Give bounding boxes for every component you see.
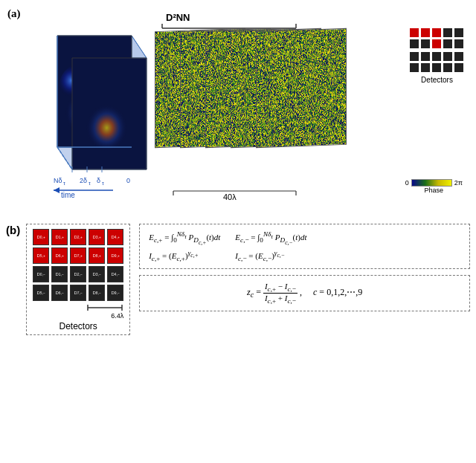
detectors-top-right: Detectors [410,28,464,84]
scale-text: 6.4λ [33,312,123,320]
phase-text-label: Phase [405,187,463,194]
svg-marker-29 [54,187,60,193]
det-cell [421,63,430,72]
det-D6m: D6,− [51,285,68,301]
svg-text:τ: τ [63,181,65,186]
eq-block-1a: Ec,+ = ∫0Nδτ PDc,+(t)dt Ic,+ = (Ec,+)γc,… [149,230,220,262]
det-cell [410,63,419,72]
lambda-label: 40λ [170,187,300,201]
noise-layer-5 [256,28,347,148]
det-cell [443,63,452,72]
svg-text:0: 0 [126,177,130,184]
cube-visualization: Nδ τ 2δ τ δ τ 0 time [16,21,161,199]
phase-2pi-label: 2π [454,179,463,187]
det-cell [421,39,430,48]
main-container: (a) D²NN [0,0,476,463]
detector-array: D0,+ D1,+ D2,+ D3,+ D4,+ D5,+ D6,+ D7,+ … [26,224,130,335]
scale-line [33,303,123,312]
det-D2m: D2,− [70,266,86,282]
phase-0-label: 0 [405,179,409,187]
det-cell [421,28,430,37]
eq-box-2: zc = Ic,+ − Ic,− Ic,+ + Ic,− , c = 0,1,2… [139,275,470,311]
eq2a: Ec,− = ∫0Nδτ PDc,−(t)dt [235,230,306,246]
svg-text:2δ: 2δ [80,177,87,184]
det-D8m: D8,− [89,285,105,301]
det-D0p: D0,+ [33,229,49,245]
svg-text:Nδ: Nδ [54,177,62,184]
det-cell [432,52,441,61]
svg-point-14 [83,95,135,155]
det-cell [454,28,463,37]
det-D8p: D8,+ [89,247,105,264]
equations-area: Ec,+ = ∫0Nδτ PDc,+(t)dt Ic,+ = (Ec,+)γc,… [139,224,470,311]
eq3: zc = Ic,+ − Ic,− Ic,+ + Ic,− , c = 0,1,2… [152,282,457,305]
panel-b-label: (b) [6,224,20,236]
phase-colorbar: 0 2π Phase [405,179,463,194]
eq1a: Ec,+ = ∫0Nδτ PDc,+(t)dt [149,230,220,246]
panel-b: (b) D0,+ D1,+ D2,+ D3,+ D4,+ D5,+ D6,+ D… [6,221,470,335]
det-D5p: D5,+ [33,247,49,264]
det-cell [454,52,463,61]
svg-text:40λ: 40λ [223,192,237,200]
detector-row-3: D0,− D1,− D2,− D3,− D4,− [33,266,123,282]
cube-svg: Nδ τ 2δ τ δ τ 0 time [16,21,161,199]
det-cell [443,52,452,61]
svg-text:δ: δ [97,177,100,184]
det-D1p: D1,+ [51,229,68,245]
det-D4p: D4,+ [107,229,123,245]
detector-row-2: D5,+ D6,+ D7,+ D8,+ D9,+ [33,247,123,264]
det-cell [410,52,419,61]
det-cell [454,63,463,72]
detectors-array-label: Detectors [33,321,123,331]
det-cell [421,52,430,61]
eq2b: Ic,− = (Ec,−)γc,− [235,249,306,262]
det-cell [432,39,441,48]
scale-svg [86,303,123,312]
panel-a-label: (a) [7,7,21,20]
det-D9p: D9,+ [107,247,123,264]
det-D5m: D5,− [33,285,49,301]
eq1b: Ic,+ = (Ec,+)γc,+ [149,249,220,262]
det-D2p: D2,+ [70,229,86,245]
svg-text:τ: τ [102,181,104,186]
lambda-bracket: 40λ [170,187,300,200]
detectors-label-top-right: Detectors [410,76,464,84]
det-cell [410,39,419,48]
det-cell [443,28,452,37]
det-D6p: D6,+ [51,247,68,264]
d2nn-label: D²NN [166,12,190,23]
det-D7p: D7,+ [70,247,86,264]
det-D1m: D1,− [51,266,68,282]
det-D3p: D3,+ [89,229,105,245]
svg-text:time: time [61,191,75,199]
phase-colorbar-bar [411,179,452,187]
det-cell [410,28,419,37]
det-cell [432,63,441,72]
eq-block-1b: Ec,− = ∫0Nδτ PDc,−(t)dt Ic,− = (Ec,−)γc,… [235,230,306,262]
det-D7m: D7,− [70,285,86,301]
detector-row-4: D5,− D6,− D7,− D8,− D9,− [33,285,123,301]
det-D9m: D9,− [107,285,123,301]
det-cell [443,39,452,48]
det-D4m: D4,− [107,266,123,282]
det-D3m: D3,− [89,266,105,282]
det-cell [432,28,441,37]
eq-box-1: Ec,+ = ∫0Nδτ PDc,+(t)dt Ic,+ = (Ec,+)γc,… [139,224,470,269]
detector-row-1: D0,+ D1,+ D2,+ D3,+ D4,+ [33,229,123,245]
det-cell [454,39,463,48]
svg-text:τ: τ [89,181,91,186]
det-D0m: D0,− [33,266,49,282]
